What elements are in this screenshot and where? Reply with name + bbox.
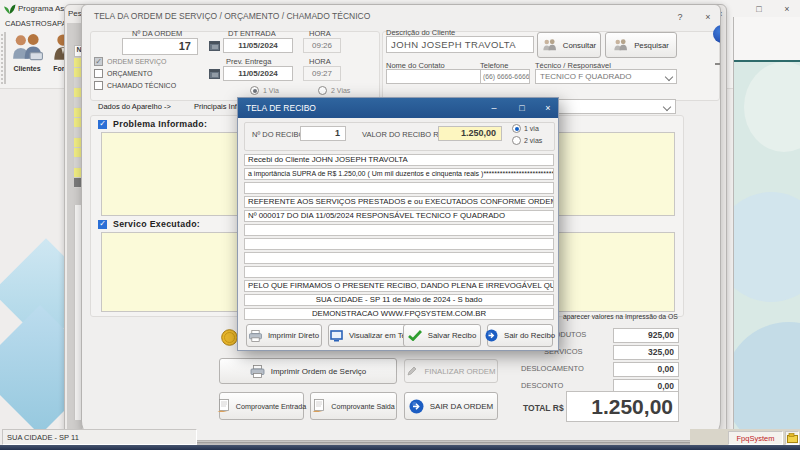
sair-recibo-label: Sair do Recibo xyxy=(504,331,555,340)
pencil-icon xyxy=(406,365,418,377)
minimize-icon[interactable]: – xyxy=(486,103,502,113)
order-close-icon[interactable]: × xyxy=(700,10,716,23)
calendar-icon[interactable] xyxy=(209,68,220,79)
comprovante-entrada-label: Comprovante Entrada xyxy=(236,402,306,411)
total-servicos-value: 325,00 xyxy=(613,345,679,360)
radio-icon xyxy=(512,124,521,133)
calendar-icon[interactable] xyxy=(209,40,220,51)
maximize-icon[interactable]: □ xyxy=(514,103,530,113)
recibo-dialog: TELA DE RECIBO – □ × Nº DO RECIBO 1 VALO… xyxy=(237,97,559,351)
toolbar-handle[interactable] xyxy=(1,32,6,84)
recibo-line[interactable] xyxy=(244,224,554,236)
tecnico-select[interactable]: TECNICO F QUADRADO xyxy=(535,69,677,84)
checkbox-orcamento[interactable]: ORÇAMENTO xyxy=(94,69,152,78)
sair-recibo-button[interactable]: Sair do Recibo xyxy=(487,324,553,347)
radio-icon xyxy=(250,86,259,95)
app-close-icon[interactable]: × xyxy=(778,2,796,15)
clients-icon xyxy=(10,33,44,63)
checkbox-icon xyxy=(94,81,103,90)
decorative-circle xyxy=(733,322,800,432)
receipt-doc-icon xyxy=(217,399,230,413)
comprovante-entrada-button[interactable]: Comprovante Entrada xyxy=(219,392,304,420)
recibo-line[interactable]: DEMONSTRACAO WWW.FPQSYSTEM.COM.BR xyxy=(244,308,554,320)
comprovante-saida-label: Comprovante Saida xyxy=(331,402,395,411)
problema-label: Problema Informado: xyxy=(113,119,207,129)
recibo-valor-label: VALOR DO RECIBO R$ xyxy=(362,130,443,139)
order-window-title: TELA DA ORDEM DE SERVIÇO / ORÇAMENTO / C… xyxy=(94,11,370,21)
printer-icon xyxy=(249,330,262,342)
sair-ordem-label: SAIR DA ORDEM xyxy=(430,402,494,411)
help-icon[interactable]: ? xyxy=(672,10,688,23)
recibo-line[interactable]: REFERENTE AOS SERVIÇOS PRESTADOS e ou EX… xyxy=(244,196,554,208)
bottom-edge xyxy=(0,445,800,450)
total-label: TOTAL R$ xyxy=(523,403,564,413)
sair-ordem-button[interactable]: SAIR DA ORDEM xyxy=(404,392,498,420)
hora-label: HORA xyxy=(309,29,331,38)
checkbox-problema-informado[interactable]: ✓ Problema Informado: xyxy=(98,119,207,129)
radio-icon xyxy=(512,136,521,145)
prev-entrega-field[interactable]: 11/05/2024 xyxy=(223,66,293,81)
recibo-line[interactable]: Nº 000017 DO DIA 11/05/2024 RESPONSÁVEL … xyxy=(244,210,554,222)
hora-entrada-field: 09:26 xyxy=(303,38,341,53)
consultar-button[interactable]: Consultar xyxy=(537,32,601,58)
order-number-label: Nº DA ORDEM xyxy=(132,29,182,38)
radio-1-via[interactable]: 1 Via xyxy=(250,86,279,95)
finalizar-ordem-label: FINALIZAR ORDEM xyxy=(424,367,495,376)
radio-1-via-recibo[interactable]: 1 via xyxy=(512,124,539,133)
toolbar-clientes-button[interactable]: Clientes xyxy=(10,33,44,72)
recibo-valor-field[interactable]: 1.250,00 xyxy=(438,126,502,141)
order-number-field[interactable]: 17 xyxy=(122,38,198,55)
dt-entrada-field[interactable]: 11/05/2024 xyxy=(223,38,293,53)
finalizar-ordem-button[interactable]: FINALIZAR ORDEM xyxy=(404,359,498,383)
tab-dados-aparelho[interactable]: Dados do Aparelho -> xyxy=(98,102,171,111)
toolbar-clientes-label: Clientes xyxy=(13,65,40,72)
recibo-line[interactable] xyxy=(244,182,554,194)
consult-people-icon xyxy=(542,39,557,52)
recibo-line[interactable]: a importância SUPRA de R$ 1.250,00 ( Um … xyxy=(244,168,554,180)
statusbar-icon-panel xyxy=(785,431,799,445)
menu-cadastros[interactable]: CADASTROS xyxy=(5,19,52,28)
radio-2-vias[interactable]: 2 Vias xyxy=(318,86,350,95)
recibo-num-field[interactable]: 1 xyxy=(300,126,346,141)
prev-entrega-label: Prev. Entrega xyxy=(226,57,271,66)
recibo-line[interactable]: PELO QUE FIRMAMOS O PRESENTE RECIBO, DAN… xyxy=(244,280,554,292)
recibo-line[interactable] xyxy=(244,252,554,264)
comprovante-saida-button[interactable]: Comprovante Saida xyxy=(310,392,397,420)
visualizar-tela-button[interactable]: Visualizar em Tela xyxy=(328,324,414,347)
checkbox-icon xyxy=(94,69,103,78)
imprimir-ordem-label: Imprimir Ordem de Serviço xyxy=(271,367,367,376)
checkbox-chamado-tecnico[interactable]: CHAMADO TÉCNICO xyxy=(94,81,176,90)
imprimir-direto-button[interactable]: Imprimir Direto xyxy=(246,324,322,347)
desconto-label: DESCONTO xyxy=(521,381,563,390)
checkbox-servico-executado[interactable]: ✓ Servico Executado: xyxy=(98,219,200,229)
fpq-icon xyxy=(787,433,798,443)
chevron-down-icon xyxy=(663,102,671,110)
recibo-line[interactable]: Recebi do Cliente JOHN JOSEPH TRAVOLTA xyxy=(244,154,554,166)
recibo-title: TELA DE RECIBO xyxy=(246,103,316,113)
exit-orb-icon xyxy=(485,329,498,342)
brand-label: FpqSystem xyxy=(737,434,775,443)
checkbox-icon: ✓ xyxy=(98,220,107,229)
telefone-field[interactable]: (66) 6666-6666 xyxy=(480,69,530,84)
recibo-line[interactable]: SUA CIDADE - SP 11 de Maio de 2024 - S b… xyxy=(244,294,554,306)
imprimir-direto-label: Imprimir Direto xyxy=(268,331,319,340)
background-window-header xyxy=(734,17,800,62)
recibo-line[interactable] xyxy=(244,266,554,278)
radio-2-vias-recibo[interactable]: 2 vias xyxy=(512,136,542,145)
app-maximize-icon[interactable]: □ xyxy=(750,2,768,15)
salvar-recibo-button[interactable]: Salvar Recibo xyxy=(403,324,481,347)
client-desc-field[interactable]: JOHN JOSEPH TRAVOLTA xyxy=(386,36,534,53)
background-window-right xyxy=(733,17,800,432)
recibo-titlebar[interactable]: TELA DE RECIBO – □ × xyxy=(238,98,558,118)
radio-icon xyxy=(318,86,327,95)
pesquisar-button[interactable]: Pesquisar xyxy=(605,32,677,58)
recibo-line[interactable] xyxy=(244,238,554,250)
coin-icon[interactable] xyxy=(221,329,238,346)
statusbar-city-text: SUA CIDADE - SP 11 xyxy=(7,433,79,442)
app-logo-icon xyxy=(3,2,16,15)
close-icon[interactable]: × xyxy=(540,103,556,113)
checkbox-ordem-servico[interactable]: ✓ ORDEM SERVIÇO xyxy=(94,57,166,66)
imprimir-ordem-button[interactable]: Imprimir Ordem de Serviço xyxy=(219,358,397,384)
chevron-down-icon xyxy=(665,72,673,80)
check-icon xyxy=(408,330,422,341)
